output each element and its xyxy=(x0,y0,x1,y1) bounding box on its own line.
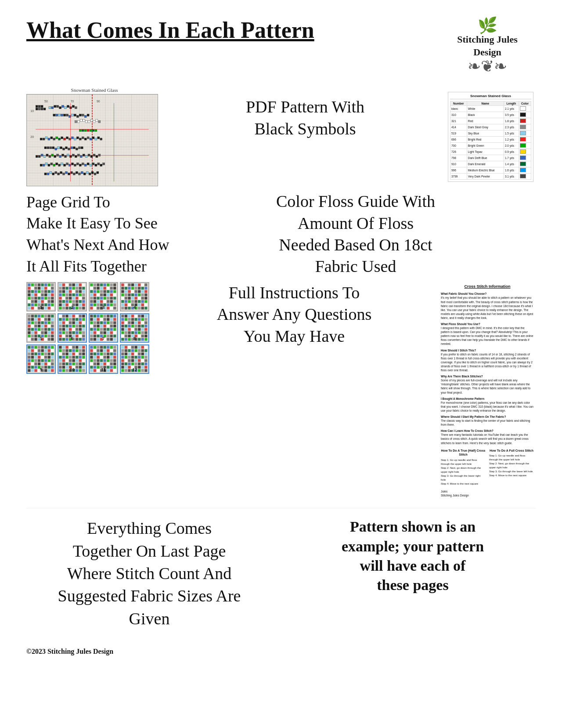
svg-text:90: 90 xyxy=(97,100,100,103)
svg-rect-399 xyxy=(131,293,134,296)
floss-row: 996 Medium Electric Blue 1.6 yds xyxy=(450,167,531,174)
svg-rect-816 xyxy=(59,366,61,368)
svg-rect-406 xyxy=(128,297,130,299)
svg-rect-444 xyxy=(48,315,50,317)
svg-rect-469 xyxy=(51,325,54,327)
svg-rect-659 xyxy=(144,321,147,324)
svg-rect-938 xyxy=(141,359,144,362)
col-header-name: Name xyxy=(467,101,504,106)
svg-rect-905 xyxy=(138,346,140,348)
svg-rect-164 xyxy=(89,173,91,175)
svg-rect-590 xyxy=(104,321,106,324)
svg-rect-33 xyxy=(90,120,93,122)
svg-rect-549 xyxy=(76,331,78,334)
svg-rect-926 xyxy=(128,356,130,359)
svg-rect-603 xyxy=(94,328,96,330)
svg-rect-956 xyxy=(121,369,124,372)
svg-rect-750 xyxy=(28,366,30,368)
svg-rect-271 xyxy=(82,293,85,296)
svg-rect-676 xyxy=(121,331,124,334)
svg-rect-599 xyxy=(107,325,109,327)
svg-rect-944 xyxy=(135,362,137,365)
svg-rect-535 xyxy=(82,325,85,327)
svg-rect-161 xyxy=(81,172,83,174)
svg-rect-312 xyxy=(110,283,113,286)
svg-rect-850 xyxy=(90,352,93,355)
svg-rect-808 xyxy=(59,362,61,365)
svg-rect-15 xyxy=(43,108,46,110)
svg-rect-461 xyxy=(51,321,54,324)
svg-rect-683 xyxy=(144,331,147,334)
svg-rect-86 xyxy=(74,138,76,140)
svg-rect-306 xyxy=(90,283,93,286)
svg-rect-706 xyxy=(41,346,44,348)
row2-section: Page Grid To Make It Easy To See What's … xyxy=(26,191,536,278)
floss-color xyxy=(519,143,531,149)
svg-rect-176 xyxy=(34,283,37,286)
floss-length: 1.6 yds xyxy=(504,167,519,174)
svg-rect-501 xyxy=(51,338,54,340)
svg-rect-928 xyxy=(135,356,137,359)
svg-rect-397 xyxy=(125,293,127,296)
svg-rect-347 xyxy=(94,300,96,303)
svg-rect-848 xyxy=(110,349,113,352)
svg-rect-47 xyxy=(61,114,63,116)
svg-rect-520 xyxy=(59,321,61,324)
svg-rect-387 xyxy=(144,287,147,290)
svg-rect-644 xyxy=(121,318,124,321)
svg-rect-721 xyxy=(38,352,40,355)
svg-rect-588 xyxy=(97,321,99,324)
svg-rect-412 xyxy=(121,300,124,303)
svg-rect-334 xyxy=(104,293,106,296)
svg-rect-456 xyxy=(34,321,37,324)
svg-rect-798 xyxy=(79,356,82,359)
svg-rect-95 xyxy=(97,137,100,139)
svg-rect-267 xyxy=(69,293,72,296)
svg-rect-870 xyxy=(104,359,106,362)
svg-rect-100 xyxy=(43,156,46,158)
svg-rect-932 xyxy=(121,359,124,362)
svg-rect-77 xyxy=(50,137,53,139)
svg-rect-917 xyxy=(125,352,127,355)
svg-rect-146 xyxy=(103,163,105,165)
svg-rect-682 xyxy=(141,331,144,334)
svg-rect-316 xyxy=(97,287,99,290)
svg-rect-311 xyxy=(107,283,109,286)
svg-rect-23 xyxy=(67,105,69,108)
svg-rect-319 xyxy=(107,287,109,290)
svg-rect-708 xyxy=(48,346,50,348)
floss-num: 726 xyxy=(450,149,467,155)
svg-rect-189 xyxy=(51,287,54,290)
svg-rect-829 xyxy=(76,369,78,372)
svg-rect-484 xyxy=(48,331,50,334)
svg-rect-937 xyxy=(138,359,140,362)
svg-rect-73 xyxy=(40,138,42,140)
svg-rect-91 xyxy=(87,137,89,139)
svg-rect-179 xyxy=(44,283,47,286)
svg-rect-891 xyxy=(94,369,96,372)
svg-rect-625 xyxy=(113,334,116,337)
svg-rect-802 xyxy=(65,359,68,362)
thumbnail-item: 8 xyxy=(120,313,149,343)
svg-rect-774 xyxy=(79,346,82,348)
svg-rect-575 xyxy=(107,315,109,317)
svg-rect-328 xyxy=(110,290,113,293)
svg-rect-283 xyxy=(69,300,72,303)
svg-rect-620 xyxy=(97,334,99,337)
thumbnail-item: 11 xyxy=(89,344,118,374)
svg-rect-772 xyxy=(72,346,75,348)
svg-rect-756 xyxy=(48,366,50,368)
svg-rect-120 xyxy=(96,156,98,158)
svg-rect-799 xyxy=(82,356,85,359)
csi-s6-title: Where Should I Start My Pattern On The F… xyxy=(441,415,534,419)
floss-num: 519 xyxy=(450,130,467,137)
svg-rect-166 xyxy=(94,173,96,175)
svg-rect-352 xyxy=(110,300,113,303)
svg-rect-669 xyxy=(125,328,127,330)
floss-num: 798 xyxy=(450,155,467,161)
svg-rect-853 xyxy=(100,352,103,355)
svg-rect-875 xyxy=(94,362,96,365)
floss-row: 414 Dark Steel Gray 2.3 yds xyxy=(450,124,531,130)
svg-rect-46 xyxy=(58,114,61,116)
svg-rect-368 xyxy=(110,307,113,309)
